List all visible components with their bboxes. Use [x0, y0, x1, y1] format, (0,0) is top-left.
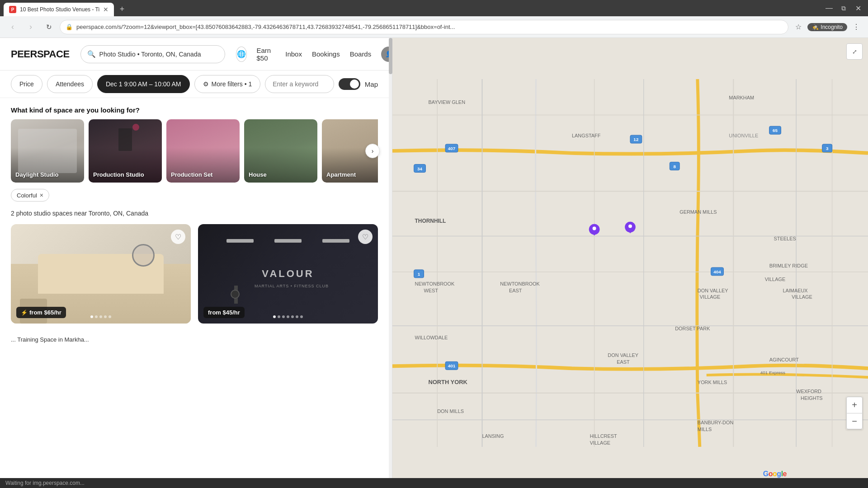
datetime-filter-button[interactable]: Dec 1 9:00 AM – 10:00 AM — [97, 75, 190, 93]
listing-card-1[interactable]: ♡ ⚡ from $65/hr — [11, 224, 191, 324]
svg-text:VILLAGE: VILLAGE — [765, 277, 785, 282]
toggle-knob — [350, 80, 359, 89]
svg-text:404: 404 — [713, 269, 721, 274]
svg-text:WEST: WEST — [424, 288, 438, 293]
inbox-link[interactable]: Inbox — [285, 50, 302, 58]
listing-1-heart[interactable]: ♡ — [171, 230, 185, 244]
svg-text:MARKHAM: MARKHAM — [729, 95, 754, 100]
svg-text:BRIMLEY RIDGE: BRIMLEY RIDGE — [769, 263, 808, 268]
listing-1-price-badge: ⚡ from $65/hr — [16, 307, 66, 318]
svg-text:12: 12 — [633, 137, 639, 142]
refresh-button[interactable]: ↻ — [42, 20, 56, 34]
map-scrollbar[interactable] — [389, 38, 392, 488]
map-zoom-in-button[interactable]: + — [846, 397, 863, 413]
restore-button[interactable]: ⧉ — [837, 2, 850, 14]
space-types-title: What kind of space are you looking for? — [11, 106, 378, 114]
svg-text:401 Express: 401 Express — [760, 370, 785, 375]
svg-point-53 — [593, 227, 596, 230]
map-label: Map — [365, 80, 378, 88]
keyword-input[interactable] — [265, 75, 334, 93]
space-types-section: What kind of space are you looking for? … — [0, 98, 389, 183]
search-bar[interactable]: 🔍 Photo Studio • Toronto, ON, Canada — [80, 45, 225, 63]
site-header: PEERSPACE 🔍 Photo Studio • Toronto, ON, … — [0, 38, 389, 70]
active-filters: Colorful × — [0, 183, 389, 208]
left-panel: PEERSPACE 🔍 Photo Studio • Toronto, ON, … — [0, 38, 389, 488]
svg-text:VILLAGE: VILLAGE — [700, 294, 720, 300]
svg-text:34: 34 — [417, 166, 423, 171]
browser-tab[interactable]: P 10 Best Photo Studio Venues - Ti ✕ — [4, 3, 114, 16]
listing-2-image: VALOUR MARTIAL ARTS • FITNESS CLUB ♡ fro… — [198, 224, 378, 324]
listings-grid: ♡ ⚡ from $65/hr — [0, 222, 389, 334]
production-studio-card[interactable]: Production Studio — [89, 119, 162, 183]
bolt-icon: ⚡ — [21, 310, 28, 316]
colorful-filter-tag[interactable]: Colorful × — [11, 189, 49, 202]
tab-close-icon[interactable]: ✕ — [103, 6, 108, 13]
production-studio-label: Production Studio — [93, 171, 144, 178]
price-filter-button[interactable]: Price — [11, 75, 42, 93]
close-button[interactable]: ✕ — [852, 2, 864, 14]
bookmark-icon[interactable]: ☆ — [792, 21, 805, 33]
svg-text:NEWTONBROOK: NEWTONBROOK — [500, 281, 540, 286]
svg-text:WEXFORD: WEXFORD — [796, 389, 821, 394]
more-filters-button[interactable]: ⚙ More filters • 1 — [194, 75, 261, 93]
svg-text:EAST: EAST — [617, 359, 630, 365]
listing-2-heart[interactable]: ♡ — [358, 230, 373, 244]
colorful-filter-label: Colorful — [17, 192, 37, 199]
house-label: House — [249, 171, 267, 178]
incognito-badge: 🕵 Incognito — [807, 23, 847, 31]
apartment-label: Apartment — [326, 171, 356, 178]
svg-text:LANSING: LANSING — [482, 433, 504, 439]
map-fullscreen-button[interactable]: ⤢ — [846, 43, 863, 60]
menu-icon[interactable]: ⋮ — [850, 21, 863, 33]
production-set-card[interactable]: Production Set — [166, 119, 240, 183]
svg-text:STEELES: STEELES — [774, 236, 796, 241]
filter-icon: ⚙ — [203, 80, 209, 88]
svg-text:65: 65 — [773, 128, 778, 133]
svg-text:1: 1 — [418, 272, 420, 277]
status-bar: Waiting for img.peerspace.com... — [0, 478, 868, 488]
listing-card-2[interactable]: VALOUR MARTIAL ARTS • FITNESS CLUB ♡ fro… — [198, 224, 378, 324]
svg-text:LANGSTAFF: LANGSTAFF — [572, 133, 601, 138]
google-logo: Google — [763, 470, 787, 478]
svg-text:LAIMAEUX: LAIMAEUX — [783, 288, 808, 293]
svg-text:DON VALLEY: DON VALLEY — [698, 288, 728, 293]
forward-button[interactable]: › — [24, 20, 38, 34]
svg-point-55 — [628, 225, 632, 228]
more-filters-label: More filters • 1 — [212, 80, 252, 88]
boards-link[interactable]: Boards — [350, 50, 372, 58]
address-bar[interactable]: 🔒 peerspace.com/s/?zoom=12&viewport_bbox… — [60, 20, 788, 34]
url-text: peerspace.com/s/?zoom=12&viewport_bbox=[… — [76, 23, 783, 30]
back-button[interactable]: ‹ — [5, 20, 20, 34]
svg-text:NEWTONBROOK: NEWTONBROOK — [415, 281, 455, 286]
svg-text:401: 401 — [448, 363, 456, 368]
peerspace-logo[interactable]: PEERSPACE — [11, 48, 70, 60]
listing-2-price: from $45/hr — [208, 309, 240, 316]
globe-button[interactable]: 🌐 — [236, 47, 247, 62]
lock-icon: 🔒 — [66, 23, 73, 30]
search-icon: 🔍 — [87, 50, 96, 58]
new-tab-button[interactable]: + — [116, 3, 128, 15]
map-zoom-out-button[interactable]: − — [846, 413, 863, 429]
svg-text:DORSET PARK: DORSET PARK — [675, 326, 710, 331]
map-toggle[interactable] — [339, 78, 360, 90]
incognito-label: Incognito — [821, 24, 843, 30]
map-panel: 407 401 65 34 8 12 1 404 3 — [389, 38, 868, 488]
filters-bar: Price Attendees Dec 1 9:00 AM – 10:00 AM… — [0, 70, 389, 98]
svg-text:VILLAGE: VILLAGE — [590, 440, 610, 446]
svg-text:EAST: EAST — [509, 288, 522, 293]
user-avatar[interactable]: 👤 — [381, 47, 389, 62]
map-zoom-controls: + − — [846, 397, 863, 429]
daylight-studio-card[interactable]: Daylight Studio — [11, 119, 84, 183]
attendees-filter-button[interactable]: Attendees — [47, 75, 93, 93]
map-svg: 407 401 65 34 8 12 1 404 3 — [392, 38, 868, 488]
listing-1-price: from $65/hr — [29, 309, 61, 316]
bookings-link[interactable]: Bookings — [312, 50, 340, 58]
house-card[interactable]: House — [244, 119, 317, 183]
earn-link[interactable]: Earn $50 — [257, 47, 276, 62]
remove-filter-icon[interactable]: × — [40, 192, 43, 199]
space-types-next-button[interactable]: › — [365, 144, 380, 158]
minimize-button[interactable]: — — [823, 2, 835, 14]
svg-text:3: 3 — [826, 146, 829, 151]
production-set-label: Production Set — [171, 171, 212, 178]
svg-text:BANBURY-DON: BANBURY-DON — [698, 420, 733, 425]
